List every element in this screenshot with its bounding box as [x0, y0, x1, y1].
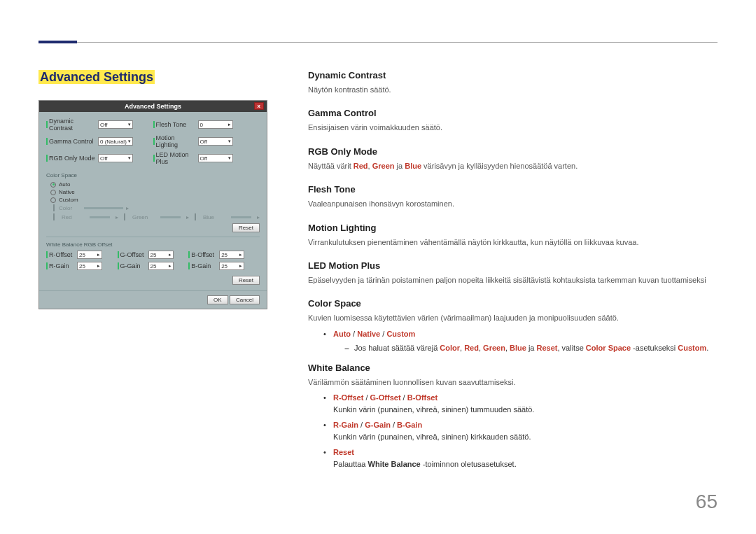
- bullet-wb-gain: R-Gain / G-Gain / B-Gain Kunkin värin (p…: [323, 419, 718, 442]
- wb-header: White Balance RGB Offset: [46, 241, 260, 248]
- sel-gamma[interactable]: 0 (Natural)▾: [98, 137, 133, 146]
- desc-led-motion-plus: Epäselvyyden ja tärinän poistaminen palj…: [308, 275, 718, 286]
- desc-white-balance: Värilämmön säätäminen luonnollisen kuvan…: [308, 377, 718, 388]
- lbl-rgb-only: RGB Only Mode: [49, 155, 98, 162]
- color-space-header: Color Space: [46, 172, 260, 178]
- lbl-red-slider: Red: [62, 214, 84, 220]
- radio-auto[interactable]: Auto: [50, 181, 260, 188]
- lbl-goffset: G-Offset: [120, 251, 148, 258]
- desc-motion-lighting: Virrankulutuksen pienentäminen vähentämä…: [308, 237, 718, 248]
- slider-red[interactable]: [90, 216, 110, 218]
- h-color-space: Color Space: [308, 298, 718, 309]
- desc-dynamic-contrast: Näytön kontrastin säätö.: [308, 85, 718, 95]
- bullet-wb-reset: Reset Palauttaa White Balance -toiminnon…: [323, 447, 718, 470]
- sel-ggain[interactable]: 25▸: [148, 262, 174, 270]
- lbl-dynamic-contrast: Dynamic Contrast: [49, 118, 98, 132]
- sel-flesh-tone[interactable]: 0▸: [198, 120, 233, 129]
- bullet-color-space-opts: Auto / Native / Custom Jos haluat säätää…: [323, 328, 718, 354]
- lbl-boffset: B-Offset: [191, 251, 219, 258]
- sel-rgain[interactable]: 25▸: [77, 262, 102, 270]
- sel-boffset[interactable]: 25▸: [219, 251, 244, 259]
- sub-color-space: Jos haluat säätää värejä Color, Red, Gre…: [344, 342, 718, 354]
- lbl-roffset: R-Offset: [49, 251, 77, 258]
- dialog-titlebar: Advanced Settings x: [39, 101, 267, 112]
- lbl-motion-lighting: Motion Lighting: [156, 134, 198, 148]
- reset-colorspace-button[interactable]: Reset: [232, 223, 260, 232]
- h-led-motion-plus: LED Motion Plus: [308, 260, 718, 271]
- lbl-ggain: G-Gain: [120, 262, 148, 269]
- dialog-top-grid: Dynamic ContrastOff▾ Flesh Tone0▸ Gamma …: [46, 118, 260, 168]
- sel-dynamic-contrast[interactable]: Off▾: [98, 120, 133, 129]
- lbl-bgain: B-Gain: [191, 262, 219, 269]
- slider-green[interactable]: [160, 216, 181, 218]
- h-motion-lighting: Motion Lighting: [308, 223, 718, 233]
- h-rgb-only: RGB Only Mode: [308, 146, 718, 157]
- radio-custom[interactable]: Custom: [50, 197, 260, 203]
- lbl-flesh-tone: Flesh Tone: [156, 121, 198, 128]
- h-white-balance: White Balance: [308, 363, 718, 373]
- close-icon[interactable]: x: [254, 102, 264, 110]
- sel-rgb-only[interactable]: Off▾: [98, 154, 133, 162]
- lbl-blue-slider: Blue: [203, 214, 225, 220]
- h-gamma: Gamma Control: [308, 108, 718, 118]
- radio-native[interactable]: Native: [50, 189, 260, 195]
- sel-bgain[interactable]: 25▸: [219, 262, 244, 270]
- h-flesh-tone: Flesh Tone: [308, 184, 718, 195]
- lbl-rgain: R-Gain: [49, 262, 77, 269]
- sel-goffset[interactable]: 25▸: [148, 251, 174, 259]
- page-number: 65: [696, 491, 718, 513]
- ok-button[interactable]: OK: [207, 295, 228, 304]
- section-title: Advanced Settings: [38, 70, 155, 84]
- lbl-led-motion: LED Motion Plus: [156, 151, 198, 165]
- lbl-gamma: Gamma Control: [49, 138, 98, 145]
- content-column: Dynamic Contrast Näytön kontrastin säätö…: [308, 70, 718, 478]
- desc-color-space: Kuvien luomisessa käytettävien värien (v…: [308, 313, 718, 323]
- desc-flesh-tone: Vaaleanpunaisen ihonsävyn korostaminen.: [308, 199, 718, 209]
- lbl-color-slider: Color: [59, 205, 81, 211]
- dialog-window: Advanced Settings x Dynamic ContrastOff▾…: [38, 100, 267, 309]
- dialog-title-text: Advanced Settings: [125, 103, 181, 110]
- slider-color[interactable]: [84, 207, 123, 209]
- header-rule: [38, 42, 718, 43]
- desc-gamma: Ensisijaisen värin voimakkuuden säätö.: [308, 122, 718, 133]
- sel-roffset[interactable]: 25▸: [77, 251, 102, 259]
- reset-wb-button[interactable]: Reset: [232, 276, 260, 285]
- desc-rgb-only: Näyttää värit Red, Green ja Blue värisäv…: [308, 161, 718, 171]
- sel-motion-lighting[interactable]: Off▾: [198, 137, 233, 146]
- bullet-wb-offset: R-Offset / G-Offset / B-Offset Kunkin vä…: [323, 392, 718, 415]
- cancel-button[interactable]: Cancel: [230, 295, 260, 304]
- lbl-green-slider: Green: [132, 214, 155, 220]
- h-dynamic-contrast: Dynamic Contrast: [308, 70, 718, 80]
- header-rule-bold: [38, 41, 77, 43]
- slider-blue[interactable]: [231, 216, 251, 218]
- sel-led-motion[interactable]: Off▾: [198, 154, 233, 162]
